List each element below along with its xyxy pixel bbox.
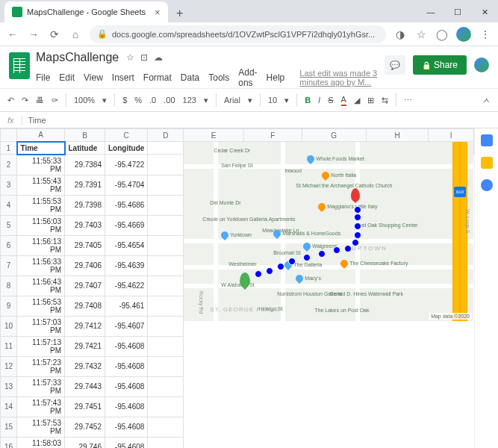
collapse-toolbar-icon[interactable]: ㅅ [482,95,491,106]
col-header[interactable]: C [105,129,148,142]
back-icon[interactable]: ← [6,28,19,40]
row-header[interactable]: 4 [1,195,17,215]
cell[interactable]: 11:58:03 PM [17,437,65,448]
formula-value[interactable]: Time [22,116,52,125]
cell[interactable]: -95.4686 [105,195,148,215]
cell[interactable] [148,142,184,155]
cell[interactable]: 29.7384 [65,155,105,175]
menu-view[interactable]: View [84,72,103,83]
decrease-decimal-button[interactable]: .0 [149,96,156,105]
map-embed-cell[interactable]: 610 W. Loop S Rocky Rd Cedar Creek Dr Sa… [184,142,474,155]
cell[interactable] [148,255,184,276]
cloud-status-icon[interactable]: ☁ [154,52,163,63]
cell[interactable] [148,437,184,448]
col-header[interactable]: D [148,129,184,142]
cell[interactable]: 11:55:53 PM [17,195,65,215]
number-format-select[interactable]: 123 [183,96,196,105]
extension-icon[interactable]: ◯ [435,28,449,40]
cell[interactable] [148,417,184,437]
cell[interactable]: 11:57:53 PM [17,417,65,437]
cell[interactable]: -95.4722 [105,155,148,175]
cell[interactable]: 29.7406 [65,255,105,276]
cell[interactable] [148,215,184,235]
home-icon[interactable]: ⌂ [69,28,82,40]
strikethrough-button[interactable]: S [328,96,333,105]
reload-icon[interactable]: ⟳ [48,28,61,40]
cell[interactable]: 11:55:33 PM [17,155,65,175]
cell[interactable]: -95.4654 [105,235,148,255]
calendar-addon-icon[interactable] [481,134,493,146]
more-toolbar-button[interactable]: ⋯ [404,96,412,105]
cell[interactable]: 29.7405 [65,235,105,255]
cell[interactable] [148,155,184,175]
italic-button[interactable]: I [318,96,320,105]
cell[interactable]: 29.7432 [65,356,105,376]
fill-color-button[interactable]: ◢ [354,96,360,105]
account-avatar[interactable] [474,57,489,72]
doc-title[interactable]: MapsChallenge [36,51,119,64]
cell[interactable] [148,175,184,195]
cell[interactable] [148,235,184,255]
menu-tools[interactable]: Tools [208,72,229,83]
col-header[interactable]: B [65,129,105,142]
select-all-cell[interactable] [1,129,17,142]
cell[interactable]: -95.4704 [105,175,148,195]
col-header[interactable]: A [17,129,65,142]
cell[interactable]: 11:56:03 PM [17,215,65,235]
redo-icon[interactable]: ↷ [22,96,28,105]
comments-button[interactable]: 💬 [385,55,405,75]
undo-icon[interactable]: ↶ [7,96,14,105]
cell[interactable]: 11:56:13 PM [17,235,65,255]
percent-button[interactable]: % [134,96,142,105]
col-header[interactable]: H [366,129,428,142]
menu-icon[interactable]: ⋮ [479,28,492,40]
cell[interactable] [148,195,184,215]
cell[interactable]: -95.461 [105,296,148,316]
row-header[interactable]: 6 [1,235,17,255]
cell[interactable]: 29.7443 [65,376,105,396]
cell[interactable]: 29.7452 [65,417,105,437]
cell[interactable]: Latitude [65,142,105,155]
cell[interactable]: 29.7412 [65,316,105,336]
currency-button[interactable]: $ [122,96,127,105]
cell[interactable]: -95.4608 [105,376,148,396]
cell[interactable] [148,296,184,316]
maximize-button[interactable]: ☐ [444,1,471,22]
row-header[interactable]: 2 [1,155,17,175]
last-edit-text[interactable]: Last edit was made 3 minutes ago by M... [299,69,379,87]
browser-tab[interactable]: MapsChallenge - Google Sheets × [4,1,168,22]
spreadsheet-grid[interactable]: A B C D E F G H I 1 Time Latitude Longit… [0,128,474,448]
borders-button[interactable]: ⊞ [367,96,374,105]
cell[interactable]: 29.7403 [65,215,105,235]
cell[interactable]: 11:56:53 PM [17,296,65,316]
cell[interactable]: Time [17,142,65,155]
row-header[interactable]: 13 [1,376,17,396]
keep-addon-icon[interactable] [481,157,493,169]
row-header[interactable]: 3 [1,175,17,195]
row-header[interactable]: 8 [1,276,17,296]
cell[interactable] [148,376,184,396]
row-header[interactable]: 5 [1,215,17,235]
row-header[interactable]: 16 [1,437,17,448]
cell[interactable]: 29.746 [65,437,105,448]
cell[interactable]: 11:56:43 PM [17,276,65,296]
print-icon[interactable]: 🖶 [36,96,44,105]
col-header[interactable]: E [184,129,244,142]
cell[interactable] [148,316,184,336]
increase-decimal-button[interactable]: .00 [164,96,175,105]
cell[interactable]: 11:57:03 PM [17,316,65,336]
cell[interactable]: 11:57:13 PM [17,336,65,356]
cell[interactable]: 29.7421 [65,336,105,356]
menu-help[interactable]: Help [267,72,285,83]
reader-icon[interactable]: ◑ [393,28,407,40]
tasks-addon-icon[interactable] [481,179,493,191]
cell[interactable]: Longitude [105,142,148,155]
cell[interactable] [148,336,184,356]
col-header[interactable]: I [429,129,474,142]
minimize-button[interactable]: — [417,1,444,22]
cell[interactable] [148,276,184,296]
cell[interactable]: 11:55:43 PM [17,175,65,195]
forward-icon[interactable]: → [27,28,40,40]
menu-addons[interactable]: Add-ons [238,67,257,88]
cell[interactable]: 29.7451 [65,396,105,417]
